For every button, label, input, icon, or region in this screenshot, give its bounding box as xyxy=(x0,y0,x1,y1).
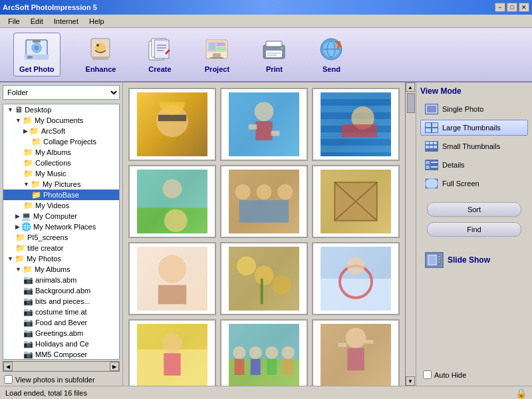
vscroll-thumb[interactable] xyxy=(407,93,415,113)
toolbar-enhance[interactable]: Enhance xyxy=(80,33,122,76)
send-label: Send xyxy=(323,65,340,73)
expand-arcsoft[interactable]: ▶ xyxy=(23,128,28,134)
toolbar-print[interactable]: Print xyxy=(255,33,293,76)
tree-item-pi5-screens[interactable]: 📁 PI5_screens xyxy=(3,232,119,243)
photo-thumb-7[interactable] xyxy=(128,242,216,315)
expand-network[interactable]: ▶ xyxy=(15,223,20,230)
folder-type-select[interactable]: Folder Album xyxy=(3,85,120,100)
my-videos-icon: 📁 xyxy=(23,201,33,210)
small-thumbnails-label: Small Thumbnails xyxy=(442,142,500,150)
toolbar-project[interactable]: Project xyxy=(198,33,235,76)
tree-item-my-albums-photos[interactable]: ▼ 📁 My Albums xyxy=(3,264,119,275)
photo-thumb-1[interactable] xyxy=(128,88,216,161)
tree-item-network-places[interactable]: ▶ 🌐 My Network Places xyxy=(3,221,119,232)
photo-thumb-3[interactable] xyxy=(312,88,400,161)
tree-item-my-videos[interactable]: 📁 My Videos xyxy=(3,200,119,211)
tree-item-my-computer[interactable]: ▶ 💻 My Computer xyxy=(3,211,119,221)
menu-help[interactable]: Help xyxy=(84,16,110,27)
tree-item-collage-projects[interactable]: 📁 Collage Projects xyxy=(3,136,119,147)
expand-my-computer[interactable]: ▶ xyxy=(15,213,20,219)
close-button[interactable]: ✕ xyxy=(519,3,529,12)
photo-thumb-12[interactable] xyxy=(312,319,400,386)
view-btn-single-photo[interactable]: Single Photo xyxy=(420,101,528,117)
tree-item-mm5-1[interactable]: 📷 MM5 Composer xyxy=(3,349,119,360)
vscroll-up[interactable]: ▲ xyxy=(406,82,415,92)
tree-item-animals[interactable]: 📷 animals.abm xyxy=(3,275,119,285)
subfolder-checkbox[interactable] xyxy=(4,375,13,384)
expand-my-documents[interactable]: ▼ xyxy=(15,117,21,124)
photo-thumb-2[interactable] xyxy=(220,88,308,161)
find-button[interactable]: Find xyxy=(427,222,521,237)
tree-item-bits-pieces[interactable]: 📷 bits and pieces... xyxy=(3,296,119,307)
menu-file[interactable]: File xyxy=(3,16,25,27)
tree-item-my-collections[interactable]: 📁 Collections xyxy=(3,158,119,168)
file-tree[interactable]: ▼ 🖥 Desktop ▼ 📁 My Documents ▶ 📁 ArcSoft xyxy=(3,104,120,360)
photo-thumb-9[interactable] xyxy=(312,242,400,315)
photo-thumb-11[interactable] xyxy=(220,319,308,386)
tree-item-my-documents[interactable]: ▼ 📁 My Documents xyxy=(3,115,119,126)
subfolder-checkbox-area[interactable]: View photos in subfolder xyxy=(0,373,122,386)
view-btn-full-screen[interactable]: Full Screen xyxy=(420,176,528,192)
auto-hide-checkbox[interactable] xyxy=(423,370,432,379)
maximize-button[interactable]: □ xyxy=(507,3,517,12)
expand-my-photos[interactable]: ▼ xyxy=(7,255,13,262)
tree-item-background[interactable]: 📷 Background.abm xyxy=(3,285,119,296)
svg-rect-12 xyxy=(154,40,169,59)
expand-my-albums[interactable]: ▼ xyxy=(15,266,21,273)
tree-item-my-albums-docs[interactable]: 📁 My Albums xyxy=(3,147,119,158)
tree-item-costume[interactable]: 📷 costume time.at xyxy=(3,307,119,317)
menu-internet[interactable]: Internet xyxy=(49,16,84,27)
main-vscroll[interactable]: ▲ ▼ xyxy=(405,82,416,386)
tree-hscroll[interactable]: ◀ ▶ xyxy=(3,361,120,372)
svg-rect-41 xyxy=(430,142,433,144)
photo-thumb-5[interactable] xyxy=(220,165,308,238)
svg-rect-25 xyxy=(266,41,282,47)
photo-canvas-1 xyxy=(137,92,207,156)
create-icon xyxy=(146,36,173,63)
tree-item-desktop[interactable]: ▼ 🖥 Desktop xyxy=(3,104,119,115)
photo-thumb-8[interactable] xyxy=(220,242,308,315)
view-btn-large-thumbnails[interactable]: Large Thumbnails xyxy=(420,120,528,136)
tree-item-food[interactable]: 📷 Food and Bever xyxy=(3,317,119,328)
title-bar: ArcSoft PhotoImpression 5 − □ ✕ xyxy=(0,0,532,15)
minimize-button[interactable]: − xyxy=(495,3,505,12)
view-btn-details[interactable]: Details xyxy=(420,157,528,173)
slide-show-label: Slide Show xyxy=(448,255,490,265)
tree-item-arcsoft[interactable]: ▶ 📁 ArcSoft xyxy=(3,126,119,136)
tree-item-my-music[interactable]: 📁 My Music xyxy=(3,168,119,179)
slide-show-button[interactable]: Slide Show xyxy=(420,249,528,271)
photo-thumb-10[interactable] xyxy=(128,319,216,386)
hscroll-left[interactable]: ◀ xyxy=(3,362,13,371)
menu-edit[interactable]: Edit xyxy=(25,16,49,27)
tree-item-title-creator[interactable]: 📁 title creator xyxy=(3,243,119,253)
auto-hide-area[interactable]: Auto Hide xyxy=(420,368,528,382)
my-albums-photos-icon: 📁 xyxy=(23,265,33,274)
expand-desktop[interactable]: ▼ xyxy=(7,106,13,113)
expand-my-pictures[interactable]: ▼ xyxy=(23,181,29,188)
sort-button[interactable]: Sort xyxy=(427,202,521,217)
spacer1 xyxy=(420,194,528,198)
photo-grid-container[interactable] xyxy=(123,82,405,386)
tree-item-my-pictures[interactable]: ▼ 📁 My Pictures xyxy=(3,179,119,190)
tree-item-greetings[interactable]: 📷 Greetings.abm xyxy=(3,328,119,338)
full-screen-label: Full Screen xyxy=(442,180,479,188)
background-icon: 📷 xyxy=(23,286,33,295)
tree-item-my-photos[interactable]: ▼ 📁 My Photos xyxy=(3,253,119,264)
vscroll-track xyxy=(406,92,416,376)
toolbar-get-photo[interactable]: Get Photo xyxy=(13,33,61,76)
svg-rect-19 xyxy=(217,43,225,46)
photo-thumb-4[interactable] xyxy=(128,165,216,238)
view-btn-small-thumbnails[interactable]: Small Thumbnails xyxy=(420,138,528,154)
tree-item-photobase[interactable]: 📁 PhotoBase xyxy=(3,190,119,200)
tree-item-holidays[interactable]: 📷 Holidays and Ce xyxy=(3,338,119,349)
folder-dropdown-container[interactable]: Folder Album xyxy=(3,85,120,100)
photo-thumb-6[interactable] xyxy=(312,165,400,238)
toolbar-send[interactable]: Send xyxy=(313,33,350,76)
greetings-icon: 📷 xyxy=(23,329,33,338)
arcsoft-icon: 📁 xyxy=(29,126,39,136)
vscroll-down[interactable]: ▼ xyxy=(406,376,415,386)
svg-rect-56 xyxy=(438,256,440,257)
toolbar-create[interactable]: Create xyxy=(141,33,178,76)
svg-rect-9 xyxy=(92,57,108,60)
hscroll-right[interactable]: ▶ xyxy=(110,362,119,371)
